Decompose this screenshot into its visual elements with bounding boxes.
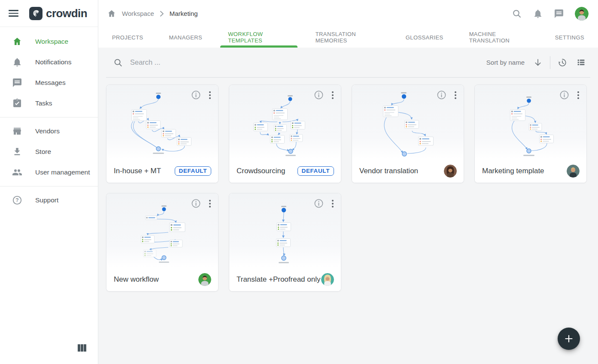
tab-bar: PROJECTS MANAGERS WORKFLOW TEMPLATES TRA… — [98, 27, 598, 48]
tasks-icon — [12, 98, 22, 108]
sidebar-divider — [0, 186, 98, 187]
svg-text:?: ? — [15, 197, 18, 203]
info-icon[interactable] — [314, 199, 324, 208]
workflow-card-vendor-translation[interactable]: Vendor translation — [352, 84, 464, 183]
sidebar-item-support[interactable]: ? Support — [0, 190, 98, 211]
workflow-thumbnail — [229, 85, 341, 159]
card-footer: New workflow — [106, 268, 218, 292]
notifications-bell-icon[interactable] — [533, 9, 543, 19]
sidebar-item-label: Notifications — [35, 58, 71, 66]
tab-settings[interactable]: SETTINGS — [542, 27, 597, 48]
sidebar-item-user-management[interactable]: User management — [0, 162, 98, 183]
card-title: Translate +Proofread only — [237, 275, 320, 284]
card-title: Marketing template — [482, 167, 544, 175]
add-workflow-template-button[interactable] — [558, 328, 580, 350]
card-footer: In-house + MT DEFAULT — [106, 159, 218, 183]
sidebar-item-messages[interactable]: Messages — [0, 72, 98, 93]
content-area: Sort by name — [98, 48, 598, 364]
card-actions — [437, 90, 459, 100]
sidebar-item-label: Store — [35, 148, 51, 156]
chevron-right-icon — [160, 11, 164, 17]
card-footer: Crowdsourcing DEFAULT — [229, 159, 341, 183]
sidebar-item-workspace[interactable]: Workspace — [0, 31, 98, 52]
search-icon[interactable] — [113, 58, 123, 67]
info-icon[interactable] — [559, 90, 569, 100]
tab-workflow-templates[interactable]: WORKFLOW TEMPLATES — [215, 27, 303, 48]
breadcrumb-current-page: Marketing — [170, 10, 198, 17]
columns-view-icon[interactable] — [78, 344, 86, 352]
toolbar-right: Sort by name — [486, 56, 590, 69]
info-icon[interactable] — [191, 90, 201, 100]
info-icon[interactable] — [191, 199, 201, 208]
people-icon — [12, 167, 22, 177]
info-icon[interactable] — [314, 90, 324, 100]
kebab-menu-icon[interactable] — [452, 90, 459, 100]
main-area: Workspace Marketing — [98, 0, 598, 364]
kebab-menu-icon[interactable] — [329, 199, 337, 208]
workflow-thumbnail — [352, 85, 464, 159]
card-footer: Vendor translation — [352, 159, 464, 183]
download-icon — [12, 147, 22, 157]
workflow-card-translate-proofread-only[interactable]: Translate +Proofread only — [229, 193, 341, 292]
tab-projects[interactable]: PROJECTS — [99, 27, 156, 48]
sidebar-item-notifications[interactable]: Notifications — [0, 52, 98, 72]
kebab-menu-icon[interactable] — [329, 90, 337, 100]
message-icon — [12, 78, 22, 88]
main-header: Workspace Marketing — [98, 0, 598, 27]
sidebar: crowdin Workspace Notifications Messages — [0, 0, 98, 364]
man-green-avatar — [198, 273, 211, 286]
sidebar-item-label: Support — [35, 196, 58, 204]
kebab-menu-icon[interactable] — [206, 90, 214, 100]
default-badge: DEFAULT — [175, 166, 211, 176]
tab-translation-memories[interactable]: TRANSLATION MEMORIES — [303, 27, 393, 48]
card-footer: Translate +Proofread only — [229, 268, 341, 292]
crowdin-wordmark: crowdin — [46, 7, 87, 20]
woman-blonde-avatar — [321, 273, 334, 286]
user-avatar[interactable] — [575, 7, 589, 21]
breadcrumb-home-icon[interactable] — [107, 9, 116, 18]
card-footer: Marketing template — [475, 159, 586, 183]
search-input[interactable] — [130, 58, 310, 66]
sidebar-item-label: Vendors — [35, 127, 60, 135]
card-actions — [314, 90, 337, 100]
sidebar-item-store[interactable]: Store — [0, 141, 98, 162]
tab-glossaries[interactable]: GLOSSARIES — [393, 27, 456, 48]
workflow-card-crowdsourcing[interactable]: Crowdsourcing DEFAULT — [229, 84, 341, 183]
search-bar — [106, 58, 486, 67]
kebab-menu-icon[interactable] — [574, 90, 582, 100]
history-icon[interactable] — [558, 58, 567, 67]
bell-icon — [12, 57, 22, 67]
hamburger-menu-icon[interactable] — [9, 8, 19, 18]
plus-icon — [564, 334, 574, 344]
list-view-icon[interactable] — [577, 58, 586, 67]
help-icon: ? — [12, 195, 22, 205]
sort-direction-arrow-icon[interactable] — [533, 58, 543, 67]
workflow-thumbnail — [106, 193, 218, 268]
sidebar-item-label: User management — [35, 168, 90, 176]
card-title: Crowdsourcing — [237, 167, 285, 175]
sidebar-nav: Workspace Notifications Messages Tasks — [0, 27, 98, 211]
search-icon[interactable] — [512, 9, 522, 19]
kebab-menu-icon[interactable] — [206, 199, 214, 208]
crowdin-logo-icon — [29, 7, 42, 20]
workflow-card-new-workflow[interactable]: New workflow — [106, 193, 219, 292]
default-badge: DEFAULT — [297, 166, 334, 176]
workflow-thumbnail — [475, 85, 586, 159]
card-title: New workflow — [114, 275, 159, 284]
toolbar: Sort by name — [106, 48, 590, 78]
sidebar-item-vendors[interactable]: Vendors — [0, 121, 98, 141]
tab-machine-translation[interactable]: MACHINE TRANSLATION — [456, 27, 542, 48]
card-actions — [191, 199, 214, 208]
tab-managers[interactable]: MANAGERS — [156, 27, 216, 48]
header-actions — [512, 7, 589, 21]
sidebar-item-tasks[interactable]: Tasks — [0, 93, 98, 114]
sidebar-item-label: Messages — [35, 79, 66, 87]
sort-by-name-label[interactable]: Sort by name — [486, 59, 525, 66]
messages-icon[interactable] — [554, 9, 564, 19]
info-icon[interactable] — [437, 90, 446, 100]
card-actions — [191, 90, 214, 100]
crowdin-logo[interactable]: crowdin — [29, 7, 87, 20]
workflow-card-in-house-mt[interactable]: In-house + MT DEFAULT — [106, 84, 219, 183]
breadcrumb-workspace-link[interactable]: Workspace — [122, 10, 154, 17]
workflow-card-marketing-template[interactable]: Marketing template — [474, 84, 587, 183]
